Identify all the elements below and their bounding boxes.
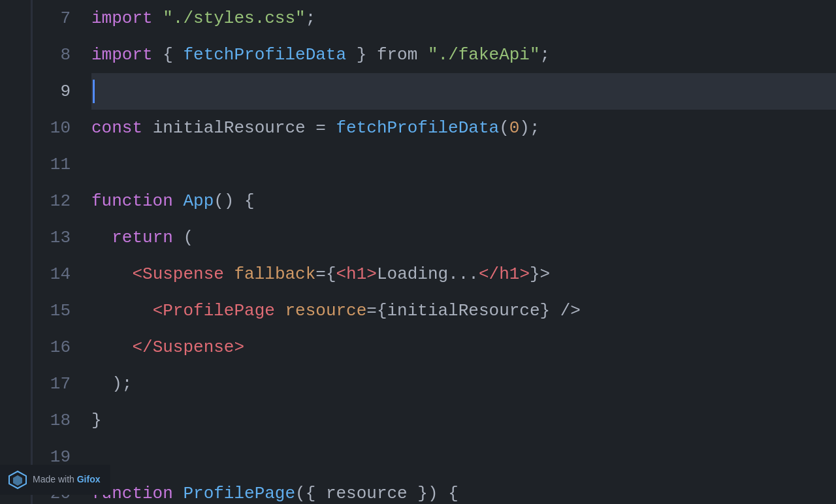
token-fn: fetchProfileData: [183, 42, 346, 68]
token-plain: (: [173, 225, 193, 251]
watermark-brand: Gifox: [77, 474, 101, 484]
token-str: "./fakeApi": [428, 42, 540, 68]
watermark-text: Made with Gifox: [33, 473, 100, 487]
token-jsx-attr: resource: [285, 298, 366, 324]
token-jsx-tag: </Suspense: [132, 334, 234, 360]
token-plain: [153, 5, 163, 31]
line-number: 12: [33, 183, 85, 219]
token-plain: =: [306, 115, 336, 141]
line-number: 16: [33, 329, 85, 366]
token-jsx-tag: </h1: [479, 261, 519, 287]
editor-gutter: [0, 0, 33, 504]
line-number: 17: [33, 366, 85, 402]
line-number: 9: [33, 73, 85, 110]
token-jsx-tag: >: [366, 261, 377, 287]
line-number: 13: [33, 219, 85, 256]
code-line: </Suspense>: [91, 329, 836, 366]
line-numbers: 7891011121314151617181920: [33, 0, 85, 504]
token-plain: }>: [530, 261, 550, 287]
token-plain: [417, 42, 428, 68]
token-plain: Loading...: [377, 261, 479, 287]
code-line: }: [91, 402, 836, 439]
code-line: <ProfilePage resource={initialResource} …: [91, 292, 836, 329]
svg-marker-1: [13, 475, 22, 486]
line-number: 18: [33, 402, 85, 439]
token-plain: }: [346, 42, 377, 68]
code-line: );: [91, 366, 836, 402]
token-plain: () {: [214, 188, 254, 214]
token-plain: resource: [326, 480, 408, 504]
token-fn-call: fetchProfileData: [336, 115, 499, 141]
code-line: [91, 439, 836, 475]
code-line: [91, 73, 836, 110]
token-plain: from: [377, 42, 417, 68]
token-jsx-attr: fallback: [234, 261, 315, 287]
token-kw-import: return: [112, 225, 173, 251]
line-number: 8: [33, 37, 85, 73]
token-jsx-tag: <h1: [336, 261, 367, 287]
token-plain: ={initialResource} />: [366, 298, 581, 324]
token-kw-import: import: [91, 42, 153, 68]
token-plain: );: [112, 371, 132, 397]
token-const-kw: const: [91, 115, 142, 141]
token-plain: {: [153, 42, 184, 68]
token-plain: );: [519, 115, 539, 141]
watermark: Made with Gifox: [0, 465, 110, 495]
token-plain: ;: [306, 5, 316, 31]
token-fn: ProfilePage: [183, 480, 295, 504]
token-jsx-tag: <ProfilePage: [153, 298, 275, 324]
line-number: 14: [33, 256, 85, 292]
token-plain: ({: [295, 480, 326, 504]
code-line: function ProfilePage({ resource }) {: [91, 475, 836, 504]
token-num: 0: [509, 115, 520, 141]
token-plain: [173, 480, 184, 504]
token-plain: [224, 261, 234, 287]
token-jsx-tag: >: [519, 261, 530, 287]
token-kw-import: import: [91, 5, 153, 31]
token-jsx-tag: >: [234, 334, 244, 360]
token-fn: App: [183, 188, 214, 214]
token-str: "./styles.css": [163, 5, 305, 31]
code-line: import "./styles.css";: [91, 0, 836, 37]
code-line: <Suspense fallback={<h1>Loading...</h1>}…: [91, 256, 836, 292]
gifox-icon: [8, 470, 27, 490]
code-line: import { fetchProfileData } from "./fake…: [91, 37, 836, 73]
line-number: 15: [33, 292, 85, 329]
token-plain: }) {: [408, 480, 458, 504]
token-plain: [173, 188, 184, 214]
token-jsx-tag: <Suspense: [132, 261, 223, 287]
token-plain: }: [91, 407, 102, 433]
token-plain: ;: [540, 42, 551, 68]
token-plain: [142, 115, 153, 141]
line-number: 7: [33, 0, 85, 37]
text-cursor: [93, 80, 95, 103]
token-plain: (: [499, 115, 509, 141]
code-line: const initialResource = fetchProfileData…: [91, 110, 836, 146]
token-kw-import: function: [91, 188, 173, 214]
code-line: function App() {: [91, 183, 836, 219]
code-area[interactable]: import "./styles.css";import { fetchProf…: [85, 0, 836, 504]
token-plain: initialResource: [153, 115, 306, 141]
token-plain: [275, 298, 285, 324]
line-number: 10: [33, 110, 85, 146]
token-plain: ={: [315, 261, 336, 287]
code-line: return (: [91, 219, 836, 256]
line-number: 11: [33, 146, 85, 183]
editor-container: 7891011121314151617181920 import "./styl…: [0, 0, 836, 504]
code-line: [91, 146, 836, 183]
